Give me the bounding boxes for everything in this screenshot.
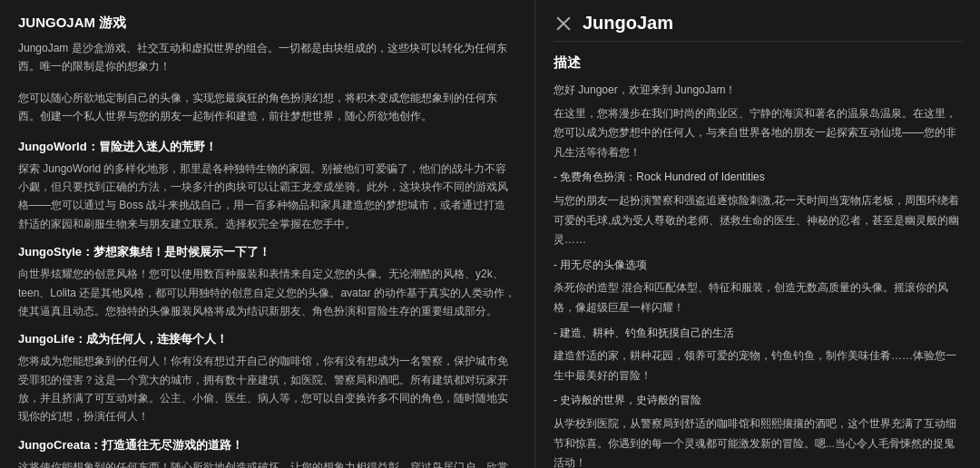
right-description: 您好 Jungoer，欢迎来到 JungoJam！在这里，您将漫步在我们时尚的商… xyxy=(554,81,962,468)
desc-line: 与您的朋友一起扮演警察和强盗追逐惊险刺激,花一天时间当宠物店老板，周围环绕着可爱… xyxy=(554,191,962,250)
desc-line: - 免费角色扮演：Rock Hundred of Identities xyxy=(554,168,962,188)
section-title: JungoStyle：梦想家集结！是时候展示一下了！ xyxy=(18,244,516,260)
left-intro: JungoJam 是沙盒游戏、社交互动和虚拟世界的组合。一切都是由块组成的，这些… xyxy=(18,39,516,76)
desc-label: 描述 xyxy=(554,54,962,72)
desc-line: 从学校到医院，从警察局到舒适的咖啡馆和熙熙攘攘的酒吧，这个世界充满了互动细节和惊… xyxy=(554,414,962,468)
right-panel: JungoJam 描述 您好 Jungoer，欢迎来到 JungoJam！在这里… xyxy=(535,0,980,468)
section-title: JungoWorld：冒险进入迷人的荒野！ xyxy=(18,139,516,155)
desc-line: 杀死你的造型 混合和匹配体型、特征和服装，创造无数高质量的头像。摇滚你的风格，像… xyxy=(554,278,962,317)
left-intro2: 您可以随心所欲地定制自己的头像，实现您最疯狂的角色扮演幻想，将积木变成您能想象到… xyxy=(18,89,516,126)
right-header: JungoJam xyxy=(554,13,962,42)
desc-line: - 用无尽的头像选项 xyxy=(554,256,962,276)
desc-line: 建造舒适的家，耕种花园，领养可爱的宠物，钓鱼钓鱼，制作美味佳肴……体验您一生中最… xyxy=(554,346,962,385)
close-button[interactable] xyxy=(554,14,573,34)
section-content: 这将使你能想象到的任何东西！随心所欲地创造或破坏，让您的想象力相得益彰。穿过鸟居… xyxy=(18,458,516,468)
section-content: 您将成为您能想象到的任何人！你有没有想过开自己的咖啡馆，你有没有想成为一名警察，… xyxy=(18,352,516,426)
section-content: 向世界炫耀您的创意风格！您可以使用数百种服装和表情来自定义您的头像。无论潮酷的风… xyxy=(18,265,516,320)
desc-line: 您好 Jungoer，欢迎来到 JungoJam！ xyxy=(554,81,962,101)
section-title: JungoLife：成为任何人，连接每个人！ xyxy=(18,331,516,347)
right-title: JungoJam xyxy=(583,13,673,34)
left-title: JUNGOJAM 游戏 xyxy=(18,15,516,32)
desc-line: 在这里，您将漫步在我们时尚的商业区、宁静的海滨和著名的温泉岛温泉。在这里，您可以… xyxy=(554,104,962,163)
section-title: JungoCreata：打造通往无尽游戏的道路！ xyxy=(18,437,516,453)
left-panel: JUNGOJAM 游戏 JungoJam 是沙盒游戏、社交互动和虚拟世界的组合。… xyxy=(0,0,535,468)
desc-line: - 建造、耕种、钓鱼和抚摸自己的生活 xyxy=(554,324,962,344)
desc-line: - 史诗般的世界，史诗般的冒险 xyxy=(554,391,962,411)
section-content: 探索 JungoWorld 的多样化地形，那里是各种独特生物的家园。别被他们可爱… xyxy=(18,160,516,234)
